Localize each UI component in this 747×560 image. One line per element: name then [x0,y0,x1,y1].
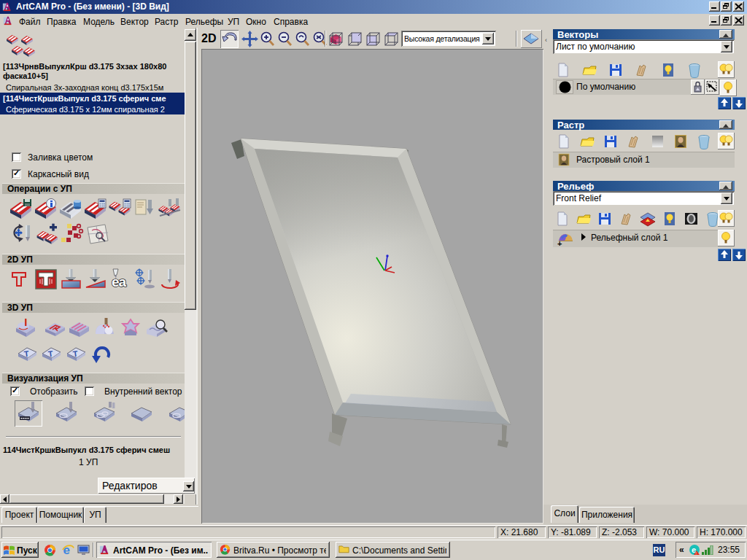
svg-text:!: ! [696,551,697,556]
svg-text:+: + [557,239,562,247]
svg-text:ea: ea [112,274,127,289]
